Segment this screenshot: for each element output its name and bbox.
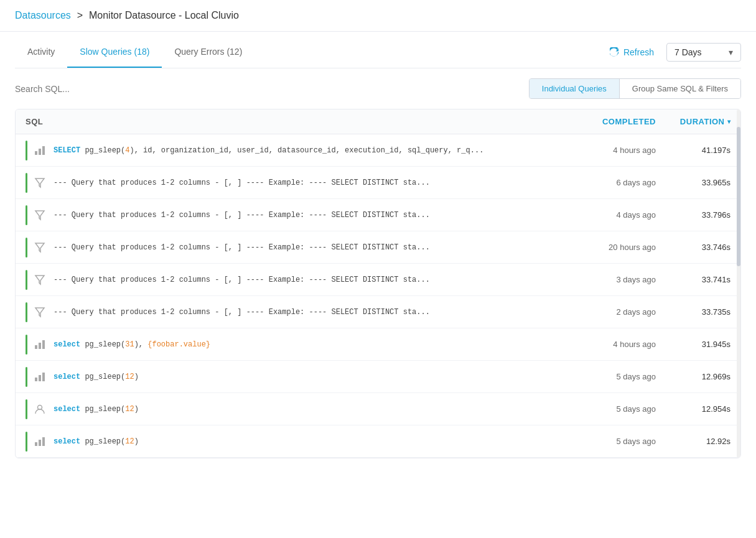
col-header-completed: Completed <box>569 117 656 126</box>
table-row[interactable]: select pg_sleep(12) 5 days ago 12.92s <box>16 425 740 458</box>
row-completed: 2 days ago <box>569 307 656 317</box>
bar-chart-icon <box>32 434 47 449</box>
time-range-value: 7 Days <box>674 47 702 57</box>
bar-chart-icon <box>32 143 47 158</box>
row-indicator <box>26 238 27 257</box>
bar-chart-icon <box>32 369 47 384</box>
col-header-duration: Duration ▾ <box>656 117 730 126</box>
col-header-sql: SQL <box>26 117 569 126</box>
row-completed: 5 days ago <box>569 437 656 446</box>
svg-rect-0 <box>35 151 37 155</box>
svg-rect-11 <box>35 378 37 381</box>
svg-marker-6 <box>35 276 44 284</box>
row-indicator <box>26 367 27 387</box>
svg-marker-3 <box>35 179 44 187</box>
row-sql-text: --- Query that produces 1-2 columns - [,… <box>54 211 569 220</box>
row-duration: 33.735s <box>656 307 730 317</box>
refresh-button[interactable]: Refresh <box>605 44 659 61</box>
table-row[interactable]: select pg_sleep(12) 5 days ago 12.954s <box>16 393 740 425</box>
row-duration: 12.954s <box>656 404 730 414</box>
row-sql-text: --- Query that produces 1-2 columns - [,… <box>54 179 569 187</box>
tabs-row: Activity Slow Queries (18) Query Errors … <box>15 32 741 68</box>
svg-rect-8 <box>35 345 37 349</box>
row-indicator <box>26 335 27 355</box>
row-completed: 4 hours ago <box>569 340 656 349</box>
row-completed: 5 days ago <box>569 404 656 414</box>
page-title: Monitor Datasource - Local Cluvio <box>89 10 239 21</box>
row-duration: 31.945s <box>656 340 730 349</box>
row-duration: 12.969s <box>656 372 730 381</box>
query-toggle-group: Individual Queries Group Same SQL & Filt… <box>529 78 741 99</box>
toggle-group-sql[interactable]: Group Same SQL & Filters <box>620 79 740 98</box>
tabs-right: Refresh 7 Days ▾ <box>605 43 741 62</box>
time-range-dropdown[interactable]: 7 Days ▾ <box>666 43 741 62</box>
row-duration: 41.197s <box>656 146 730 155</box>
tabs-left: Activity Slow Queries (18) Query Errors … <box>15 37 254 68</box>
svg-rect-15 <box>35 442 37 446</box>
row-completed: 5 days ago <box>569 372 656 381</box>
filter-icon <box>32 175 47 190</box>
filter-icon <box>32 240 47 255</box>
table-body: SELECT pg_sleep(4), id, organization_id,… <box>16 134 740 458</box>
tab-query-errors[interactable]: Query Errors (12) <box>162 37 254 68</box>
row-sql-text: select pg_sleep(31), {foobar.value} <box>54 340 569 349</box>
svg-rect-1 <box>39 149 41 155</box>
row-sql-text: select pg_sleep(12) <box>54 437 569 446</box>
scrollbar[interactable] <box>737 109 740 458</box>
row-duration: 33.741s <box>656 275 730 284</box>
refresh-label: Refresh <box>623 47 654 57</box>
filter-icon <box>32 305 47 320</box>
svg-rect-16 <box>39 440 41 446</box>
tab-activity[interactable]: Activity <box>15 37 67 68</box>
row-sql-text: SELECT pg_sleep(4), id, organization_id,… <box>54 146 569 155</box>
search-input[interactable] <box>15 79 521 99</box>
row-sql-text: select pg_sleep(12) <box>54 405 569 414</box>
table-row[interactable]: --- Query that produces 1-2 columns - [,… <box>16 231 740 264</box>
breadcrumb-separator: > <box>77 10 83 21</box>
svg-marker-7 <box>35 308 44 317</box>
datasources-link[interactable]: Datasources <box>15 10 71 21</box>
row-completed: 20 hours ago <box>569 243 656 252</box>
row-indicator <box>26 141 27 160</box>
table-row[interactable]: select pg_sleep(12) 5 days ago 12.969s <box>16 361 740 393</box>
tab-slow-queries[interactable]: Slow Queries (18) <box>67 37 162 68</box>
svg-rect-2 <box>42 146 45 155</box>
table-row[interactable]: --- Query that produces 1-2 columns - [,… <box>16 167 740 199</box>
row-sql-text: select pg_sleep(12) <box>54 373 569 381</box>
table-row[interactable]: SELECT pg_sleep(4), id, organization_id,… <box>16 134 740 167</box>
row-duration: 33.796s <box>656 210 730 220</box>
row-sql-text: --- Query that produces 1-2 columns - [,… <box>54 276 569 284</box>
slow-queries-table: SQL Completed Duration ▾ SELECT pg_sleep… <box>15 109 741 458</box>
chevron-down-icon: ▾ <box>729 47 733 57</box>
toggle-individual-queries[interactable]: Individual Queries <box>530 79 620 98</box>
refresh-icon <box>610 47 620 57</box>
row-indicator <box>26 270 27 290</box>
row-completed: 3 days ago <box>569 275 656 284</box>
user-icon <box>32 402 47 417</box>
scrollbar-thumb[interactable] <box>737 127 740 266</box>
row-duration: 12.92s <box>656 437 730 446</box>
table-row[interactable]: select pg_sleep(31), {foobar.value} 4 ho… <box>16 328 740 361</box>
svg-rect-10 <box>42 340 45 349</box>
row-sql-text: --- Query that produces 1-2 columns - [,… <box>54 243 569 252</box>
filters-row: Individual Queries Group Same SQL & Filt… <box>15 68 741 109</box>
svg-marker-4 <box>35 211 44 220</box>
row-completed: 4 hours ago <box>569 146 656 155</box>
svg-rect-17 <box>42 437 45 446</box>
table-header: SQL Completed Duration ▾ <box>16 109 740 134</box>
svg-rect-12 <box>39 375 41 381</box>
row-duration: 33.965s <box>656 178 730 187</box>
row-completed: 4 days ago <box>569 210 656 220</box>
row-indicator <box>26 432 27 452</box>
row-indicator <box>26 302 27 322</box>
table-row[interactable]: --- Query that produces 1-2 columns - [,… <box>16 199 740 231</box>
filter-icon <box>32 208 47 223</box>
bar-chart-icon <box>32 337 47 352</box>
row-sql-text: --- Query that produces 1-2 columns - [,… <box>54 308 569 317</box>
table-row[interactable]: --- Query that produces 1-2 columns - [,… <box>16 296 740 328</box>
row-indicator <box>26 205 27 225</box>
breadcrumb: Datasources > Monitor Datasource - Local… <box>0 0 756 32</box>
table-row[interactable]: --- Query that produces 1-2 columns - [,… <box>16 264 740 296</box>
row-completed: 6 days ago <box>569 178 656 187</box>
svg-rect-13 <box>42 373 45 381</box>
